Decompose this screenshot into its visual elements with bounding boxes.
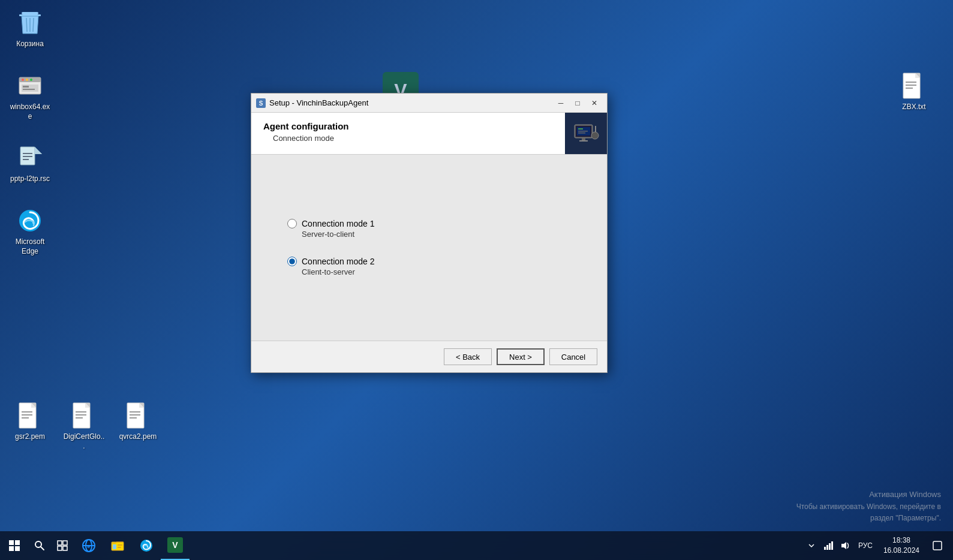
mode2-row: Connection mode 2 — [287, 257, 571, 266]
svg-rect-58 — [595, 126, 596, 132]
mode2-radio[interactable] — [287, 257, 297, 266]
maximize-button[interactable]: □ — [570, 96, 585, 110]
svg-rect-24 — [906, 85, 916, 86]
start-button[interactable] — [0, 531, 29, 560]
svg-rect-23 — [906, 82, 916, 83]
desktop-icon-winbox[interactable]: winbox64.exe — [6, 69, 54, 124]
svg-point-9 — [30, 79, 32, 81]
titlebar-controls: ─ □ ✕ — [553, 96, 602, 110]
desktop-icon-pptp[interactable]: pptp-l2tp.rsc — [6, 141, 54, 186]
cancel-button[interactable]: Cancel — [549, 348, 597, 365]
svg-rect-52 — [578, 128, 583, 130]
tray-volume[interactable] — [838, 531, 852, 560]
mode1-row: Connection mode 1 — [287, 219, 571, 228]
mode1-label[interactable]: Connection mode 1 — [302, 219, 374, 228]
svg-rect-66 — [63, 541, 67, 545]
svg-rect-81 — [831, 541, 833, 550]
desktop-icon-edge[interactable]: Microsoft Edge — [6, 204, 54, 258]
dialog-header-text: Agent configuration Connection mode — [251, 113, 565, 154]
svg-rect-78 — [824, 547, 826, 550]
setup-icon: S — [256, 98, 266, 108]
svg-rect-0 — [22, 12, 38, 14]
pptp-label: pptp-l2tp.rsc — [10, 174, 50, 184]
svg-rect-65 — [58, 541, 62, 545]
minimize-button[interactable]: ─ — [553, 96, 569, 110]
pptp-icon — [16, 143, 44, 172]
taskbar-ie[interactable]: e — [74, 531, 103, 560]
svg-rect-68 — [63, 546, 67, 550]
svg-marker-18 — [35, 147, 42, 154]
search-button[interactable] — [29, 531, 50, 560]
dialog-header-logo — [565, 113, 607, 154]
mode2-sublabel: Client-to-server — [302, 267, 571, 276]
svg-point-7 — [22, 79, 24, 81]
tray-time: 18:38 — [892, 535, 910, 546]
taskbar: e V — [0, 531, 953, 560]
svg-line-4 — [33, 18, 34, 32]
dialog-title: Setup - VinchinBackupAgent — [269, 98, 553, 107]
windows-activation: Активация Windows Чтобы активировать Win… — [796, 489, 941, 524]
zbx-label: ZBX.txt — [902, 103, 925, 112]
desktop-icon-digicert[interactable]: DigiCertGlo... — [60, 399, 108, 453]
tray-chevron[interactable] — [804, 531, 819, 560]
dialog-footer: < Back Next > Cancel — [251, 341, 607, 372]
desktop-icon-qvrca2[interactable]: qvrca2.pem — [114, 399, 162, 444]
svg-point-8 — [26, 79, 28, 81]
svg-marker-82 — [841, 542, 846, 549]
desktop-icon-gsr2[interactable]: gsr2.pem — [6, 399, 54, 444]
mode1-radio[interactable] — [287, 219, 297, 228]
taskbar-edge[interactable] — [132, 531, 161, 560]
system-tray: РУС 18:38 16.08.2024 — [804, 531, 953, 560]
svg-rect-76 — [118, 547, 121, 548]
svg-rect-36 — [76, 414, 86, 416]
tray-network[interactable] — [821, 531, 835, 560]
svg-rect-43 — [130, 417, 137, 419]
svg-rect-31 — [22, 417, 29, 419]
svg-rect-53 — [578, 131, 588, 132]
desktop: Корзина winbox64.exe — [0, 0, 953, 560]
desktop-icon-recycle-bin[interactable]: Корзина — [6, 6, 54, 52]
dialog-header-subtitle: Connection mode — [263, 134, 553, 143]
task-view-button[interactable] — [50, 531, 74, 560]
dialog-header: Agent configuration Connection mode — [251, 113, 607, 155]
svg-rect-55 — [582, 138, 585, 140]
gsr2-icon — [16, 401, 44, 430]
dialog-body: Connection mode 1 Server-to-client Conne… — [251, 155, 607, 341]
desktop-icon-zbx[interactable]: ZBX.txt — [890, 69, 938, 115]
vinchin-taskbar-icon: V — [167, 537, 183, 553]
svg-rect-83 — [933, 541, 942, 550]
winbox-icon — [16, 71, 44, 100]
zbx-icon — [900, 71, 928, 100]
svg-rect-56 — [579, 140, 588, 141]
svg-rect-60 — [15, 540, 20, 545]
svg-rect-59 — [9, 540, 14, 545]
mode2-label[interactable]: Connection mode 2 — [302, 257, 374, 266]
tray-clock[interactable]: 18:38 16.08.2024 — [879, 535, 924, 556]
next-button[interactable]: Next > — [497, 348, 545, 365]
svg-rect-80 — [829, 543, 831, 550]
svg-rect-10 — [22, 85, 38, 92]
edge-label: Microsoft Edge — [8, 237, 52, 256]
gsr2-label: gsr2.pem — [15, 432, 45, 442]
svg-rect-15 — [23, 153, 32, 154]
svg-line-3 — [26, 18, 27, 32]
app-logo — [570, 118, 602, 150]
svg-point-57 — [591, 132, 599, 139]
notification-button[interactable] — [927, 531, 948, 560]
svg-rect-74 — [113, 544, 116, 549]
taskbar-explorer[interactable] — [103, 531, 132, 560]
option-mode2: Connection mode 2 Client-to-server — [287, 257, 571, 276]
tray-language[interactable]: РУС — [855, 541, 876, 550]
close-button[interactable]: ✕ — [587, 96, 602, 110]
svg-rect-35 — [76, 411, 86, 413]
svg-rect-16 — [23, 156, 32, 157]
taskbar-vinchin[interactable]: V — [161, 531, 190, 560]
dialog-header-title: Agent configuration — [263, 121, 553, 131]
svg-rect-79 — [826, 545, 828, 550]
svg-rect-41 — [130, 411, 140, 413]
qvrca2-label: qvrca2.pem — [119, 432, 157, 442]
edge-icon — [16, 206, 44, 235]
option-mode1: Connection mode 1 Server-to-client — [287, 219, 571, 239]
tray-date: 16.08.2024 — [883, 546, 919, 556]
back-button[interactable]: < Back — [444, 348, 492, 365]
